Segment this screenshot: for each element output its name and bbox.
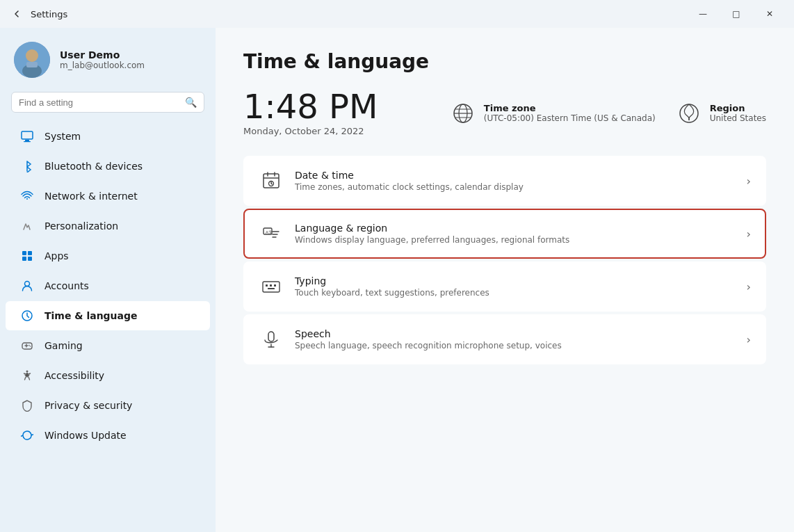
- personalization-icon: [19, 218, 35, 234]
- bluetooth-icon: [19, 159, 35, 174]
- avatar: [14, 42, 50, 78]
- user-profile[interactable]: User Demo m_lab@outlook.com: [0, 28, 216, 89]
- speech-text: Speech Speech language, speech recogniti…: [295, 328, 736, 350]
- main-content: Time & language 1:48 PM Monday, October …: [216, 28, 794, 532]
- svg-point-14: [29, 345, 30, 346]
- sidebar-item-personalization[interactable]: Personalization: [6, 211, 210, 241]
- search-icon: 🔍: [185, 97, 197, 108]
- app-title: Settings: [31, 9, 67, 19]
- timezone-info: Time zone (UTC-05:00) Eastern Time (US &…: [484, 103, 656, 123]
- language-title: Language & region: [295, 223, 736, 234]
- speech-title: Speech: [295, 328, 736, 339]
- region-info: Region United States: [710, 103, 766, 123]
- speech-icon: [259, 327, 284, 352]
- svg-rect-31: [266, 284, 268, 287]
- privacy-icon: [19, 398, 35, 413]
- sidebar-item-label-personalization: Personalization: [44, 220, 118, 232]
- settings-item-date-time[interactable]: Date & time Time zones, automatic clock …: [243, 156, 766, 206]
- time-info-cards: Time zone (UTC-05:00) Eastern Time (US &…: [451, 101, 766, 126]
- gaming-icon: [19, 338, 35, 353]
- settings-item-typing[interactable]: Typing Touch keyboard, text suggestions,…: [243, 261, 766, 312]
- language-text: Language & region Windows display langua…: [295, 223, 736, 245]
- svg-rect-6: [24, 141, 31, 142]
- svg-rect-4: [22, 131, 33, 139]
- user-info: User Demo m_lab@outlook.com: [60, 49, 145, 70]
- network-icon: [19, 188, 35, 204]
- time-value: 1:48 PM: [243, 90, 423, 123]
- update-icon: [19, 428, 35, 443]
- date-time-title: Date & time: [295, 170, 736, 181]
- maximize-button[interactable]: □: [720, 3, 752, 25]
- page-title: Time & language: [243, 50, 766, 73]
- time-icon: [19, 308, 35, 323]
- back-button[interactable]: [8, 6, 25, 22]
- search-input[interactable]: [19, 97, 179, 108]
- svg-rect-3: [26, 62, 38, 67]
- svg-point-1: [26, 49, 38, 62]
- sidebar-item-gaming[interactable]: Gaming: [6, 331, 210, 360]
- system-icon: [19, 129, 35, 144]
- svg-rect-34: [268, 288, 275, 289]
- svg-point-11: [25, 282, 30, 287]
- svg-rect-5: [25, 140, 29, 141]
- sidebar-item-label-apps: Apps: [44, 250, 69, 261]
- timezone-label: Time zone: [484, 103, 656, 113]
- sidebar-item-apps[interactable]: Apps: [6, 241, 210, 271]
- close-button[interactable]: ✕: [754, 3, 786, 25]
- sidebar-item-network[interactable]: Network & internet: [6, 182, 210, 211]
- typing-chevron: ›: [747, 280, 751, 293]
- time-date: Monday, October 24, 2022: [243, 126, 423, 136]
- accessibility-icon: [19, 368, 35, 383]
- sidebar-item-label-system: System: [44, 131, 81, 142]
- sidebar-item-label-network: Network & internet: [44, 191, 138, 202]
- user-email: m_lab@outlook.com: [60, 61, 145, 70]
- sidebar-item-label-update: Windows Update: [44, 430, 127, 441]
- titlebar: Settings — □ ✕: [0, 0, 794, 28]
- typing-desc: Touch keyboard, text suggestions, prefer…: [295, 288, 736, 298]
- sidebar-item-label-accounts: Accounts: [44, 280, 89, 291]
- svg-rect-30: [263, 282, 279, 292]
- svg-rect-35: [268, 332, 274, 341]
- minimize-button[interactable]: —: [687, 3, 719, 25]
- time-bar: 1:48 PM Monday, October 24, 2022 Time zo…: [243, 90, 766, 136]
- sidebar-item-time[interactable]: Time & language: [6, 301, 210, 330]
- accounts-icon: [19, 278, 35, 293]
- sidebar: User Demo m_lab@outlook.com 🔍 System Blu…: [0, 28, 216, 532]
- svg-rect-33: [274, 284, 276, 287]
- svg-rect-10: [28, 257, 32, 261]
- sidebar-item-accessibility[interactable]: Accessibility: [6, 361, 210, 390]
- window-controls: — □ ✕: [687, 3, 786, 25]
- settings-item-language[interactable]: A文 Language & region Windows display lan…: [243, 209, 766, 259]
- sidebar-item-bluetooth[interactable]: Bluetooth & devices: [6, 152, 210, 181]
- sidebar-item-label-privacy: Privacy & security: [44, 400, 132, 411]
- speech-desc: Speech language, speech recognition micr…: [295, 341, 736, 350]
- sidebar-item-label-bluetooth: Bluetooth & devices: [44, 161, 143, 172]
- settings-list: Date & time Time zones, automatic clock …: [243, 156, 766, 364]
- svg-rect-7: [22, 251, 26, 255]
- svg-rect-8: [28, 251, 32, 255]
- typing-text: Typing Touch keyboard, text suggestions,…: [295, 275, 736, 298]
- timezone-icon: [451, 101, 476, 126]
- svg-point-16: [26, 371, 29, 373]
- sidebar-item-label-gaming: Gaming: [44, 340, 83, 351]
- timezone-value: (UTC-05:00) Eastern Time (US & Canada): [484, 113, 656, 123]
- svg-rect-32: [270, 284, 272, 287]
- sidebar-item-update[interactable]: Windows Update: [6, 421, 210, 450]
- apps-icon: [19, 248, 35, 264]
- sidebar-item-accounts[interactable]: Accounts: [6, 271, 210, 300]
- typing-icon: [259, 274, 284, 299]
- nav-list: System Bluetooth & devices Network & int…: [0, 121, 216, 451]
- region-value: United States: [710, 113, 766, 123]
- sidebar-item-system[interactable]: System: [6, 122, 210, 151]
- svg-rect-9: [22, 257, 26, 261]
- search-box[interactable]: 🔍: [11, 92, 204, 113]
- time-display: 1:48 PM Monday, October 24, 2022: [243, 90, 423, 136]
- typing-title: Typing: [295, 275, 736, 287]
- sidebar-item-privacy[interactable]: Privacy & security: [6, 391, 210, 420]
- language-chevron: ›: [747, 227, 751, 241]
- region-card: Region United States: [676, 101, 766, 126]
- speech-chevron: ›: [747, 333, 751, 346]
- sidebar-item-label-time: Time & language: [44, 310, 138, 321]
- svg-text:A文: A文: [266, 229, 273, 234]
- settings-item-speech[interactable]: Speech Speech language, speech recogniti…: [243, 314, 766, 364]
